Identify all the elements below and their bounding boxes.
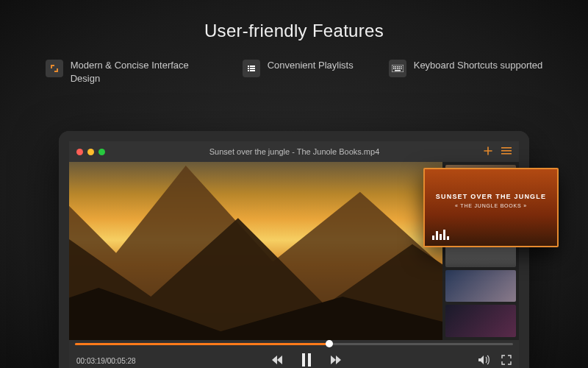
window-minimize-button[interactable] — [87, 149, 94, 155]
svg-rect-24 — [302, 353, 305, 367]
svg-rect-25 — [308, 353, 311, 367]
pause-button[interactable] — [301, 353, 312, 368]
progress-bar[interactable] — [69, 340, 519, 347]
svg-rect-1 — [250, 66, 255, 67]
svg-rect-17 — [395, 70, 401, 71]
feature-shortcuts: Keyboard Shortcuts supported — [389, 59, 543, 85]
fullscreen-button[interactable] — [501, 355, 512, 367]
feature-playlists: Convenient Playlists — [243, 59, 354, 85]
interface-icon — [46, 60, 63, 77]
laptop-mockup: Sunset over the jungle - The Junole Book… — [59, 131, 529, 368]
titlebar-actions — [484, 145, 512, 158]
window-titlebar: Sunset over the jungle - The Junole Book… — [69, 141, 519, 162]
laptop-screen: Sunset over the jungle - The Junole Book… — [59, 131, 529, 368]
svg-rect-3 — [250, 68, 255, 69]
progress-handle[interactable] — [326, 340, 333, 347]
svg-rect-4 — [248, 70, 249, 71]
svg-rect-9 — [397, 66, 398, 68]
svg-rect-18 — [501, 147, 512, 149]
svg-rect-8 — [395, 66, 396, 68]
svg-rect-13 — [395, 68, 396, 70]
playlist-icon — [243, 60, 260, 77]
svg-rect-5 — [250, 70, 255, 71]
svg-rect-19 — [501, 150, 512, 152]
now-playing-popup[interactable]: SUNSET OVER THE JUNGLE « THE JUNGLE BOOK… — [423, 168, 559, 247]
playlist-item[interactable] — [445, 270, 516, 302]
svg-rect-2 — [248, 68, 249, 69]
svg-rect-15 — [398, 68, 400, 70]
equalizer-icon — [432, 230, 449, 240]
svg-rect-16 — [401, 68, 402, 70]
keyboard-icon — [389, 60, 406, 77]
feature-label: Keyboard Shortcuts supported — [414, 59, 543, 72]
popup-title: SUNSET OVER THE JUNGLE — [425, 193, 557, 200]
feature-interface: Modern & Concise Interface Design — [46, 59, 207, 85]
svg-rect-12 — [393, 68, 395, 70]
playlist-toggle-button[interactable] — [501, 145, 512, 158]
feature-label: Convenient Playlists — [268, 59, 354, 72]
window-maximize-button[interactable] — [98, 149, 105, 155]
traffic-lights — [76, 149, 105, 155]
window-close-button[interactable] — [76, 149, 83, 155]
player-controls: 00:03:19/00:05:28 — [69, 340, 519, 368]
headline: User-friendly Features — [0, 21, 588, 41]
time-display: 00:03:19/00:05:28 — [76, 357, 136, 365]
progress-fill — [75, 343, 329, 345]
svg-rect-14 — [397, 68, 398, 70]
next-button[interactable] — [330, 355, 342, 367]
popup-subtitle: « THE JUNGLE BOOKS » — [425, 203, 557, 208]
svg-rect-10 — [398, 66, 400, 68]
svg-rect-7 — [393, 66, 395, 68]
features-row: Modern & Concise Interface Design Conven… — [0, 59, 588, 85]
video-art — [69, 162, 442, 340]
add-button[interactable] — [484, 145, 492, 158]
window-title: Sunset over the jungle - The Junole Book… — [111, 147, 478, 156]
volume-button[interactable] — [478, 355, 491, 367]
feature-label: Modern & Concise Interface Design — [71, 59, 207, 85]
svg-rect-0 — [248, 66, 249, 67]
svg-rect-11 — [401, 66, 402, 68]
previous-button[interactable] — [271, 355, 283, 367]
playlist-item[interactable] — [445, 305, 516, 337]
svg-rect-20 — [501, 153, 512, 155]
video-viewport[interactable] — [69, 162, 442, 340]
